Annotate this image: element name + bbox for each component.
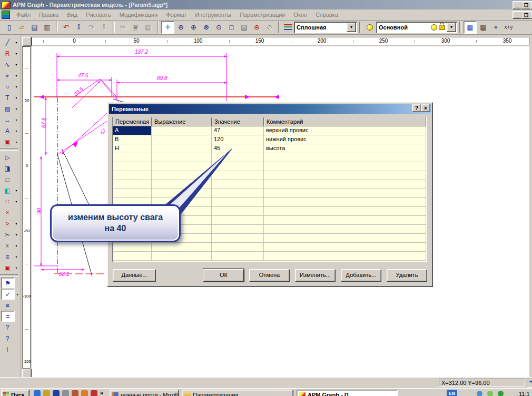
cell-expression[interactable] <box>152 135 212 144</box>
chevron-down-icon[interactable]: ▾ <box>15 292 20 296</box>
menu-help[interactable]: Справка <box>311 11 342 19</box>
menu-file[interactable]: Файл <box>12 11 35 19</box>
mdi-minimize-button[interactable]: _ <box>513 11 522 19</box>
constraint-equal-button[interactable]: = <box>1 311 15 322</box>
column-header-expression[interactable]: Выражение <box>152 117 212 126</box>
sheet-settings-button[interactable]: ▤ <box>238 22 250 33</box>
quicklaunch-media-icon[interactable] <box>72 390 78 396</box>
dimension-variable-button[interactable]: ? <box>1 322 14 332</box>
block-select-button[interactable]: ◨ <box>1 163 14 173</box>
cell-comment[interactable]: верхний провис <box>264 126 426 135</box>
menu-modification[interactable]: Модификация <box>115 11 162 19</box>
cell-expression[interactable] <box>152 144 212 153</box>
hatch-tool-button[interactable]: ▨ <box>1 104 14 114</box>
dialog-help-button[interactable]: ? <box>412 104 421 112</box>
cell-value[interactable]: 45 <box>212 144 264 153</box>
table-row[interactable]: B 120 нижний провис <box>113 135 426 144</box>
chevron-down-icon[interactable]: ▾ <box>14 129 19 133</box>
restore-button[interactable]: ❐ <box>521 1 531 9</box>
chevron-down-icon[interactable]: ▾ <box>14 200 19 203</box>
cut-button[interactable]: ✂ <box>117 22 129 33</box>
cell-comment[interactable]: нижний провис <box>264 135 426 144</box>
quicklaunch-firefox-icon[interactable] <box>81 390 88 396</box>
menu-format[interactable]: Формат <box>162 11 191 19</box>
undo-history-button[interactable]: ⇩ <box>73 22 85 33</box>
table-row[interactable] <box>113 252 426 261</box>
taskbar-item-apm-graph[interactable]: APM Graph - П... <box>297 390 398 396</box>
table-row[interactable] <box>113 162 426 171</box>
menu-view[interactable]: Вид <box>63 11 82 19</box>
tray-icon-2[interactable] <box>487 391 493 396</box>
chevron-down-icon[interactable]: ▾ <box>14 74 19 77</box>
quicklaunch-chevron[interactable]: » <box>100 390 103 396</box>
data-button[interactable]: Данные... <box>113 269 156 282</box>
cell-variable[interactable]: H <box>113 144 152 153</box>
chevron-down-icon[interactable]: ▾ <box>14 189 19 192</box>
zoom-dynamic-button[interactable]: ⊛ <box>251 22 263 33</box>
spline-tool-button[interactable]: ∿ <box>1 60 14 70</box>
quicklaunch-globe-icon[interactable] <box>62 390 69 396</box>
column-header-comment[interactable]: Комментарий <box>264 117 426 126</box>
tray-icon-3[interactable] <box>498 391 504 396</box>
chevron-down-icon[interactable]: ▾ <box>14 85 19 88</box>
chevron-down-icon[interactable]: ▾ <box>14 244 19 247</box>
break-tool-button[interactable]: > <box>1 219 14 229</box>
axes-point-button[interactable]: ⌖ <box>490 22 502 33</box>
table-row[interactable]: A 47 верхний провис <box>113 126 426 135</box>
redo-history-button[interactable]: ⇩ <box>98 22 110 33</box>
chevron-down-icon[interactable]: ▾ <box>14 41 19 44</box>
linestyle-combobox[interactable]: Сплошная ▾ <box>294 22 357 33</box>
taskbar-item-folder[interactable]: Параметризация <box>182 390 293 396</box>
array-tool-button[interactable]: ∷ <box>1 196 14 206</box>
dialog-close-button[interactable]: × <box>421 104 430 112</box>
tray-icon-1[interactable] <box>477 391 482 396</box>
table-row[interactable] <box>113 171 426 180</box>
chevron-down-icon[interactable]: ▾ <box>447 23 456 32</box>
marquee-select-button[interactable]: □ <box>1 174 14 184</box>
pan-button[interactable]: ✛ <box>161 21 174 34</box>
chevron-down-icon[interactable]: ▾ <box>14 233 19 236</box>
table-row[interactable] <box>113 180 426 189</box>
cell-variable[interactable]: B <box>113 135 152 144</box>
redo-button[interactable]: ↷ <box>85 22 97 33</box>
erase-segment-button[interactable]: ☓ <box>1 241 14 251</box>
mirror-tool-button[interactable]: ◧ <box>1 185 14 195</box>
undo-button[interactable]: ↶ <box>60 22 72 33</box>
cell-variable[interactable]: A <box>113 126 152 135</box>
zoom-selected-button[interactable]: ⊗ <box>200 22 212 33</box>
table-row[interactable] <box>113 153 426 162</box>
table-row[interactable] <box>113 243 426 252</box>
zoom-plus-button[interactable]: ⊕ <box>188 22 200 33</box>
ok-button[interactable]: ОК <box>203 269 244 282</box>
menu-tools[interactable]: Инструменты <box>191 11 235 19</box>
column-header-value[interactable]: Значение <box>212 117 264 126</box>
text-box-tool-button[interactable]: A <box>1 126 14 136</box>
spring-tool-button[interactable]: ⌇ <box>1 344 14 354</box>
chevron-down-icon[interactable]: ▾ <box>14 107 19 111</box>
cell-comment[interactable]: высота <box>264 144 426 153</box>
zoom-window-button[interactable]: ⊙ <box>213 22 225 33</box>
layer-bulb-button[interactable] <box>363 22 376 33</box>
chevron-down-icon[interactable]: ▾ <box>14 52 19 55</box>
mdi-restore-button[interactable]: ❐ <box>521 11 531 19</box>
drawing-area[interactable]: 137.2 47.6 89.8 33.5 67.6 67 90 68.1 Пер… <box>32 46 529 377</box>
layer-combobox[interactable]: Основной ▾ <box>376 22 457 33</box>
table-row[interactable] <box>113 189 426 198</box>
menu-draw[interactable]: Рисовать <box>82 11 115 19</box>
chevron-down-icon[interactable]: ▾ <box>14 255 19 259</box>
arc-tool-button[interactable]: R <box>1 48 14 58</box>
text-tool-button[interactable]: T <box>1 93 14 103</box>
save-button[interactable]: ▤ <box>28 22 41 33</box>
table-button[interactable]: ▦ <box>477 22 489 33</box>
zoom-rect-button[interactable]: □ <box>225 22 238 33</box>
chevron-down-icon[interactable]: ▾ <box>14 222 19 225</box>
ellipse-tool-button[interactable]: ○ <box>1 82 14 92</box>
cancel-button[interactable]: Отмена <box>249 269 290 282</box>
cell-value[interactable]: 47 <box>212 126 264 135</box>
paste-button[interactable]: ▦ <box>142 22 154 33</box>
add-button[interactable]: Добавить... <box>341 269 381 282</box>
dimension-variable2-button[interactable]: ? <box>1 333 14 343</box>
menu-parametrization[interactable]: Параметризация <box>235 11 289 19</box>
chevron-down-icon[interactable]: ▾ <box>14 266 19 270</box>
variables-table-button[interactable]: ▦ <box>464 21 477 34</box>
